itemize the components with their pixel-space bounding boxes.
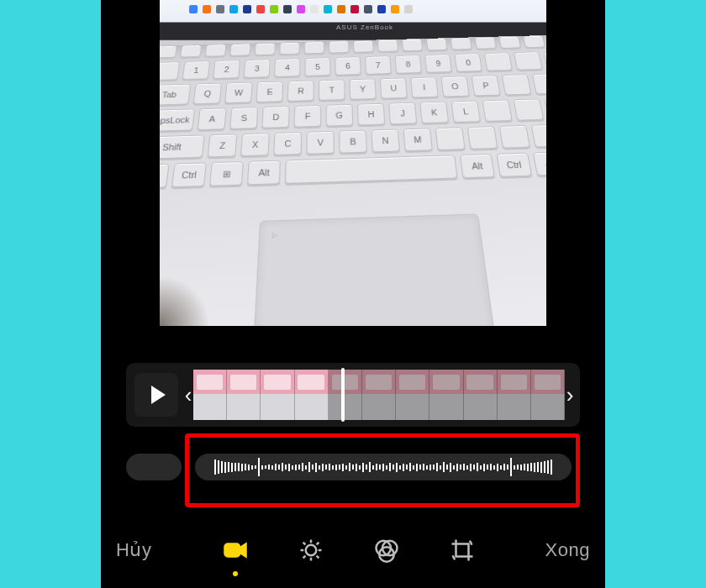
- timeline-thumbnails[interactable]: [193, 370, 565, 420]
- keyboard-key: Shift: [160, 134, 205, 159]
- trim-handle-right[interactable]: ›: [565, 370, 575, 420]
- laptop-keyboard: 1234567890⌫TabQWERTYUIOPCapsLockASDFGHJK…: [160, 34, 546, 326]
- keyboard-key: B: [339, 130, 367, 154]
- keyboard-key: R: [287, 81, 314, 102]
- keyboard-key: Ctrl: [496, 153, 532, 177]
- keyboard-key: 2: [213, 60, 240, 79]
- keyboard-key: Y: [349, 78, 377, 99]
- keyboard-key: [160, 45, 177, 58]
- active-tool-indicator: [233, 571, 238, 576]
- play-button[interactable]: [134, 373, 178, 417]
- filters-icon: [374, 538, 399, 563]
- keyboard-key: 1: [182, 60, 211, 80]
- cancel-button[interactable]: Hủy: [116, 539, 151, 561]
- done-button[interactable]: Xong: [545, 539, 590, 561]
- keyboard-key: [467, 126, 498, 150]
- keyboard-key: Q: [193, 83, 222, 104]
- svg-line-9: [316, 543, 319, 545]
- audio-waveform: [195, 454, 572, 480]
- timeline-thumbnail[interactable]: [396, 370, 429, 420]
- keyboard-key: E: [256, 81, 283, 102]
- keyboard-key: Alt: [247, 160, 281, 186]
- keyboard-key: I: [410, 76, 439, 97]
- timeline-thumbnail[interactable]: [498, 370, 531, 420]
- timeline-thumbnail[interactable]: [362, 370, 396, 420]
- video-editor-screen: ASUS ZenBook 1234567890⌫TabQWERTYUIOPCap…: [101, 0, 605, 588]
- timeline-thumbnail[interactable]: [227, 370, 261, 420]
- video-timeline: ‹ ›: [126, 363, 580, 427]
- keyboard-key: Alt: [460, 154, 495, 178]
- keyboard-key: Fn: [160, 164, 170, 189]
- filters-tool-button[interactable]: [372, 536, 401, 564]
- keyboard-key: Shift: [530, 123, 546, 148]
- keyboard-key: [532, 73, 546, 94]
- keyboard-key: L: [450, 101, 481, 123]
- keyboard-key: K: [419, 102, 449, 123]
- laptop-brand-label: ASUS ZenBook: [336, 24, 393, 31]
- keyboard-key: V: [306, 131, 335, 155]
- keyboard-key: [482, 99, 512, 121]
- keyboard-key: ⊞: [209, 161, 244, 186]
- keyboard-key: [304, 41, 324, 54]
- keyboard-key: [180, 45, 202, 57]
- keyboard-key: [377, 39, 398, 52]
- keyboard-key: ⌫: [543, 50, 546, 70]
- keyboard-key: [229, 44, 250, 56]
- keyboard-key: [160, 61, 180, 81]
- keyboard-key: [513, 98, 544, 120]
- trim-handle-left[interactable]: ‹: [183, 370, 193, 420]
- keyboard-key: T: [319, 79, 345, 100]
- keyboard-key: G: [326, 104, 354, 127]
- video-preview[interactable]: ASUS ZenBook 1234567890⌫TabQWERTYUIOPCap…: [160, 0, 546, 326]
- timeline-thumbnail[interactable]: [261, 370, 294, 420]
- keyboard-key: [279, 42, 300, 55]
- keyboard-key: 5: [304, 57, 330, 76]
- playhead[interactable]: [341, 368, 345, 422]
- laptop-screen-taskbar: [160, 0, 546, 24]
- svg-line-8: [303, 556, 305, 559]
- keyboard-key: Tab: [160, 84, 191, 106]
- timeline-thumbnail[interactable]: [464, 370, 498, 420]
- mute-track-button[interactable]: [126, 454, 182, 480]
- adjust-icon: [298, 538, 324, 563]
- crop-tool-button[interactable]: [448, 536, 477, 564]
- keyboard-key: [285, 155, 458, 184]
- video-icon: [223, 538, 248, 563]
- preview-hand-shadow: [160, 276, 210, 326]
- keyboard-key: M: [403, 128, 432, 151]
- adjust-tool-button[interactable]: [297, 536, 325, 564]
- keyboard-key: [353, 40, 374, 53]
- keyboard-key: [484, 52, 513, 71]
- svg-point-1: [305, 545, 316, 556]
- keyboard-key: Z: [208, 134, 238, 157]
- keyboard-key: CapsLock: [160, 108, 195, 132]
- keyboard-key: 0: [454, 53, 482, 71]
- frame-strip[interactable]: ‹ ›: [183, 370, 575, 420]
- keyboard-key: S: [229, 107, 258, 129]
- keyboard-key: ◂: [533, 152, 546, 176]
- crop-icon: [450, 538, 475, 563]
- keyboard-key: [499, 125, 531, 149]
- timeline-thumbnail[interactable]: [193, 370, 227, 420]
- svg-rect-0: [224, 544, 240, 557]
- timeline-thumbnail[interactable]: [295, 370, 329, 420]
- keyboard-key: [255, 43, 276, 55]
- keyboard-key: [523, 35, 545, 48]
- keyboard-key: F: [294, 105, 322, 128]
- keyboard-key: X: [240, 133, 270, 156]
- play-icon: [151, 386, 166, 404]
- tool-switcher: [221, 536, 477, 564]
- keyboard-key: U: [380, 77, 408, 98]
- keyboard-key: 7: [365, 55, 392, 74]
- keyboard-key: [502, 74, 532, 95]
- timeline-thumbnail[interactable]: [429, 370, 463, 420]
- keyboard-key: J: [388, 102, 417, 124]
- audio-waveform-track[interactable]: [195, 454, 572, 480]
- keyboard-key: Ctrl: [171, 162, 207, 187]
- video-tool-button[interactable]: [221, 536, 250, 564]
- keyboard-key: H: [357, 103, 386, 126]
- timeline-thumbnail[interactable]: [531, 370, 565, 420]
- timeline-thumbnail[interactable]: [329, 370, 362, 420]
- keyboard-key: C: [273, 132, 302, 155]
- bottom-toolbar: Hủy: [101, 512, 605, 588]
